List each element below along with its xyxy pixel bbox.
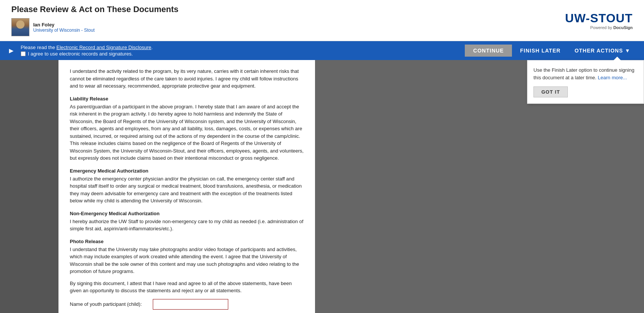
other-actions-button[interactable]: OTHER ACTIONS ▼ [569, 45, 636, 57]
tooltip-learn-more[interactable]: Learn more... [598, 75, 627, 80]
youth-name-label: Name of youth participant (child): [70, 301, 149, 307]
avatar [11, 18, 29, 36]
page-title: Please Review & Act on These Documents [11, 5, 178, 14]
disclosure-text: Please read the Electronic Record and Si… [21, 45, 153, 50]
sidebar [0, 60, 58, 313]
toolbar-arrow-icon: ► [8, 46, 15, 55]
non-emergency-content: I hereby authorize the UW Staff to provi… [70, 218, 304, 233]
youth-name-row: Name of youth participant (child): [70, 299, 304, 310]
main-wrapper: I understand the activity related to the… [0, 60, 644, 313]
user-name: Ian Foley [33, 22, 95, 28]
liability-section: Liability Release As parent/guardian of … [70, 96, 304, 162]
user-info-row: Ian Foley University of Wisconsin - Stou… [11, 18, 178, 36]
liability-title: Liability Release [70, 96, 304, 102]
tooltip-text: Use the Finish Later option to continue … [533, 66, 638, 81]
toolbar: ► Please read the Electronic Record and … [0, 41, 644, 60]
emergency-title: Emergency Medical Authorization [70, 168, 304, 174]
youth-name-input[interactable] [153, 299, 228, 310]
toolbar-actions: CONTINUE FINISH LATER OTHER ACTIONS ▼ [465, 45, 636, 57]
document-content: I understand the activity related to the… [58, 60, 315, 313]
agree-row: I agree to use electronic records and si… [21, 51, 153, 57]
non-emergency-title: Non-Emergency Medical Authorization [70, 211, 304, 216]
photo-release-title: Photo Release [70, 239, 304, 244]
liability-content: As parent/guardian of a participant in t… [70, 103, 304, 162]
disclosure-link[interactable]: Electronic Record and Signature Disclosu… [56, 45, 151, 50]
tooltip-arrow [613, 57, 621, 60]
got-it-button[interactable]: GOT IT [533, 86, 568, 97]
emergency-content: I authorize the emergency center physici… [70, 175, 304, 205]
header-left: Please Review & Act on These Documents I… [11, 5, 178, 36]
photo-release-content: I understand that the University may tak… [70, 246, 304, 275]
user-org: University of Wisconsin - Stout [33, 28, 95, 33]
continue-button[interactable]: CONTINUE [465, 45, 512, 57]
signing-statement: By signing this document, I attest that … [70, 280, 304, 294]
finish-later-button[interactable]: FINISH LATER [514, 45, 566, 57]
finish-later-tooltip: Use the Finish Later option to continue … [527, 60, 644, 104]
header-right: UW-STOUT Powered by DocuSign [565, 11, 633, 30]
right-panel: Use the Finish Later option to continue … [315, 60, 644, 313]
uw-stout-logo: UW-STOUT [565, 11, 633, 25]
photo-release-section: Photo Release I understand that the Univ… [70, 239, 304, 275]
agree-checkbox[interactable] [21, 51, 26, 56]
non-emergency-section: Non-Emergency Medical Authorization I he… [70, 211, 304, 233]
docusign-brand: DocuSign [613, 25, 633, 30]
user-details: Ian Foley University of Wisconsin - Stou… [33, 22, 95, 33]
powered-by: Powered by DocuSign [565, 25, 633, 30]
agree-label: I agree to use electronic records and si… [28, 51, 133, 57]
emergency-section: Emergency Medical Authorization I author… [70, 168, 304, 205]
intro-paragraph: I understand the activity related to the… [70, 68, 304, 90]
page-header: Please Review & Act on These Documents I… [0, 0, 644, 41]
